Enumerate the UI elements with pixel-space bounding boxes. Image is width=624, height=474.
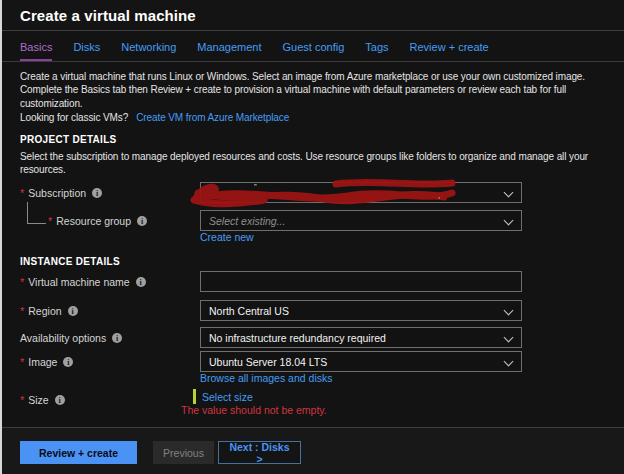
- image-value: Ubuntu Server 18.04 LTS: [209, 356, 327, 368]
- tab-networking[interactable]: Networking: [121, 41, 176, 61]
- size-validation-error: The value should not be empty.: [181, 404, 327, 416]
- image-dropdown[interactable]: Ubuntu Server 18.04 LTS: [200, 351, 522, 372]
- info-icon[interactable]: i: [63, 357, 73, 367]
- required-marker: *: [48, 215, 52, 227]
- image-label: * Image i: [20, 356, 73, 368]
- footer-bar: Review + create Previous Next : Disks >: [0, 427, 624, 474]
- region-label: * Region i: [20, 305, 78, 317]
- region-dropdown[interactable]: North Central US: [200, 300, 522, 321]
- required-marker: *: [20, 394, 24, 406]
- availability-label: Availability options i: [20, 332, 122, 344]
- browse-images-link[interactable]: Browse all images and disks: [200, 372, 332, 384]
- vm-name-input[interactable]: [200, 271, 522, 292]
- chevron-down-icon: [504, 333, 514, 343]
- availability-row: Availability options i No infrastructure…: [0, 327, 624, 348]
- resource-group-label: * Resource group i: [48, 215, 147, 227]
- info-icon[interactable]: i: [68, 306, 78, 316]
- chevron-down-icon: [504, 216, 514, 226]
- instance-details-heading: INSTANCE DETAILS: [20, 256, 120, 267]
- title-bar: Create a virtual machine: [0, 0, 624, 31]
- tab-tags[interactable]: Tags: [365, 41, 388, 61]
- info-icon[interactable]: i: [55, 395, 65, 405]
- resource-group-row: * Resource group i Select existing...: [0, 210, 624, 231]
- tab-management[interactable]: Management: [197, 41, 261, 61]
- size-select[interactable]: Select size: [193, 389, 253, 404]
- tab-basics[interactable]: Basics: [20, 41, 52, 61]
- required-marker: *: [20, 356, 24, 368]
- page-title: Create a virtual machine: [20, 7, 196, 24]
- size-label: * Size i: [20, 394, 65, 406]
- subscription-row: * Subscription i: [0, 182, 624, 203]
- required-marker: *: [20, 187, 24, 199]
- tab-review-create[interactable]: Review + create: [410, 41, 489, 61]
- review-create-button[interactable]: Review + create: [20, 441, 137, 464]
- create-vm-page: Create a virtual machine Basics Disks Ne…: [0, 0, 624, 474]
- previous-button[interactable]: Previous: [153, 441, 214, 464]
- chevron-down-icon: [504, 357, 514, 367]
- select-size-link[interactable]: Select size: [202, 391, 253, 403]
- classic-vms-prompt: Looking for classic VMs?: [20, 111, 128, 124]
- required-marker: *: [20, 276, 24, 288]
- info-icon[interactable]: i: [92, 188, 102, 198]
- resource-group-placeholder: Select existing...: [209, 215, 285, 227]
- availability-dropdown[interactable]: No infrastructure redundancy required: [200, 327, 522, 348]
- region-value: North Central US: [209, 305, 289, 317]
- chevron-down-icon: [504, 188, 514, 198]
- resource-group-dropdown[interactable]: Select existing...: [200, 210, 522, 231]
- intro-text: Create a virtual machine that runs Linux…: [20, 70, 585, 125]
- availability-value: No infrastructure redundancy required: [209, 332, 386, 344]
- vm-name-label: * Virtual machine name i: [20, 276, 146, 288]
- tab-bar: Basics Disks Networking Management Guest…: [0, 32, 624, 62]
- info-icon[interactable]: i: [137, 216, 147, 226]
- panel-edge-divider: [0, 0, 2, 474]
- next-disks-button[interactable]: Next : Disks >: [218, 441, 301, 464]
- subscription-label: * Subscription i: [20, 187, 102, 199]
- region-row: * Region i North Central US: [0, 300, 624, 321]
- size-field-accent-bar: [193, 389, 196, 404]
- subscription-dropdown[interactable]: [200, 182, 522, 203]
- vm-name-row: * Virtual machine name i: [0, 271, 624, 292]
- info-icon[interactable]: i: [136, 277, 146, 287]
- tab-disks[interactable]: Disks: [73, 41, 100, 61]
- info-icon[interactable]: i: [112, 333, 122, 343]
- intro-line: customization.: [20, 97, 585, 110]
- intro-line: Create a virtual machine that runs Linux…: [20, 70, 585, 83]
- intro-line: Complete the Basics tab then Review + cr…: [20, 83, 585, 96]
- project-details-heading: PROJECT DETAILS: [20, 134, 117, 145]
- chevron-down-icon: [504, 306, 514, 316]
- tab-guest-config[interactable]: Guest config: [283, 41, 345, 61]
- create-new-resource-group-link[interactable]: Create new: [200, 231, 254, 243]
- image-row: * Image i Ubuntu Server 18.04 LTS: [0, 351, 624, 372]
- required-marker: *: [20, 305, 24, 317]
- create-vm-marketplace-link[interactable]: Create VM from Azure Marketplace: [136, 111, 289, 124]
- project-details-description: Select the subscription to manage deploy…: [20, 150, 588, 176]
